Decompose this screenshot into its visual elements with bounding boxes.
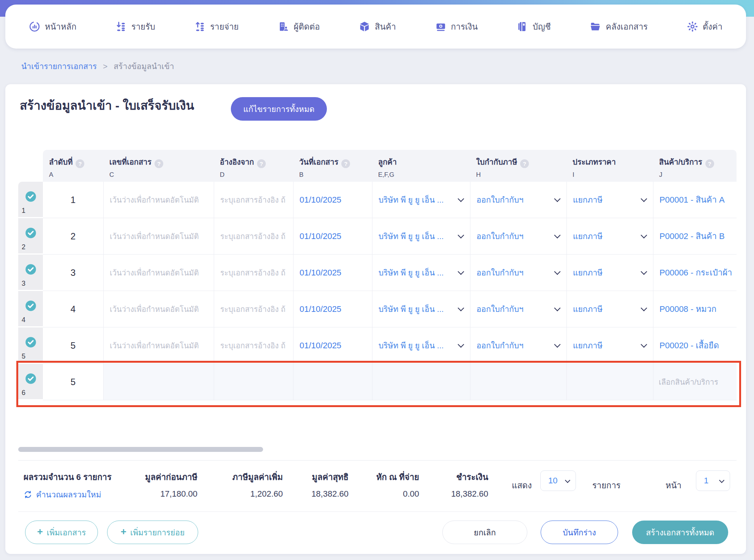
cell-doc-no-input[interactable] — [103, 364, 214, 400]
nav-item-home[interactable]: หน้าหลัก — [29, 20, 76, 33]
cell-product[interactable]: P00008 - หมวก — [653, 291, 737, 327]
cell-reference-input[interactable]: ระบุเอกสารอ้างอิง ถ้ — [214, 182, 293, 218]
cell-price-type-dropdown[interactable]: แยกภาษี — [566, 255, 653, 291]
cell-price-type-dropdown[interactable]: แยกภาษี — [566, 218, 653, 255]
cell-tax-invoice-dropdown[interactable]: ออกใบกำกับฯ — [470, 182, 566, 218]
cell-tax-invoice-dropdown[interactable]: ออกใบกำกับฯ — [470, 255, 566, 291]
row-gutter[interactable]: 6 — [18, 364, 43, 400]
col-letter: B — [299, 171, 372, 179]
nav-label-settings: ตั้งค่า — [703, 20, 722, 33]
page-title: สร้างข้อมูลนำเข้า - ใบเสร็จรับเงิน — [20, 96, 194, 115]
help-icon[interactable]: ? — [705, 159, 714, 168]
add-sub-item-button[interactable]: + เพิ่มรายการย่อย — [107, 521, 198, 544]
cell-doc-date[interactable]: 01/10/2025 — [293, 327, 372, 364]
cell-reference-input[interactable]: ระบุเอกสารอ้างอิง ถ้ — [214, 255, 293, 291]
save-draft-button[interactable]: บันทึกร่าง — [541, 521, 618, 544]
cell-product[interactable]: P00001 - สินค้า A — [653, 182, 737, 218]
cell-doc-date[interactable]: 01/10/2025 — [293, 218, 372, 255]
cell-reference-input[interactable]: ระบุเอกสารอ้างอิง ถ้ — [214, 218, 293, 255]
cell-customer-dropdown[interactable]: บริษัท พี ยู ยู เอ็น ... — [372, 291, 470, 327]
horizontal-scrollbar-thumb[interactable] — [18, 447, 263, 452]
help-icon[interactable]: ? — [520, 159, 529, 168]
import-items-table: ลำดับที่? A เลขที่เอกสาร? C อ้างอิงจาก? … — [18, 150, 737, 400]
nav-label-contacts: ผู้ติดต่อ — [294, 20, 320, 33]
help-icon[interactable]: ? — [155, 159, 163, 168]
recalculate-label: คำนวณผลรวมใหม่ — [36, 488, 101, 501]
cell-product-select[interactable]: เลือกสินค้า/บริการ — [653, 364, 737, 400]
cell-order: 2 — [43, 218, 103, 255]
row-gutter[interactable]: 4 — [18, 291, 43, 327]
cell-customer-dropdown[interactable]: บริษัท พี ยู ยู เอ็น ... — [372, 182, 470, 218]
edit-all-items-button[interactable]: แก้ไขรายการทั้งหมด — [231, 97, 327, 121]
cell-doc-date[interactable] — [293, 364, 372, 400]
cell-customer-dropdown[interactable] — [372, 364, 470, 400]
chevron-down-icon — [641, 269, 647, 275]
nav-item-settings[interactable]: ตั้งค่า — [687, 20, 722, 33]
cell-product[interactable]: P00002 - สินค้า B — [653, 218, 737, 255]
products-cube-icon — [359, 21, 370, 32]
cell-customer-dropdown[interactable]: บริษัท พี ยู ยู เอ็น ... — [372, 218, 470, 255]
nav-item-products[interactable]: สินค้า — [359, 20, 396, 33]
cell-reference-input[interactable]: ระบุเอกสารอ้างอิง ถ้ — [214, 291, 293, 327]
cell-customer-dropdown[interactable]: บริษัท พี ยู ยู เอ็น ... — [372, 327, 470, 364]
cell-doc-no-input[interactable]: เว้นว่างเพื่อกำหนดอัตโนมัติ — [103, 218, 214, 255]
cell-doc-no-input[interactable]: เว้นว่างเพื่อกำหนดอัตโนมัติ — [103, 291, 214, 327]
nav-label-finance: การเงิน — [451, 20, 478, 33]
help-icon[interactable]: ? — [257, 159, 266, 168]
create-all-documents-button[interactable]: สร้างเอกสารทั้งหมด — [632, 521, 728, 544]
recalculate-link[interactable]: คำนวณผลรวมใหม่ — [24, 488, 112, 501]
cell-reference-input[interactable]: ระบุเอกสารอ้างอิง ถ้ — [214, 327, 293, 364]
cell-doc-date[interactable]: 01/10/2025 — [293, 291, 372, 327]
col-letter: H — [476, 171, 566, 179]
cell-price-type-dropdown[interactable] — [566, 364, 653, 400]
cell-tax-invoice-dropdown[interactable]: ออกใบกำกับฯ — [470, 327, 566, 364]
cell-doc-no-input[interactable]: เว้นว่างเพื่อกำหนดอัตโนมัติ — [103, 255, 214, 291]
cell-tax-invoice-dropdown[interactable] — [470, 364, 566, 400]
plus-icon: + — [37, 526, 43, 538]
cell-doc-no-input[interactable]: เว้นว่างเพื่อกำหนดอัตโนมัติ — [103, 327, 214, 364]
cell-customer-dropdown[interactable]: บริษัท พี ยู ยู เอ็น ... — [372, 255, 470, 291]
cell-doc-date[interactable]: 01/10/2025 — [293, 255, 372, 291]
accounting-book-icon — [517, 21, 528, 32]
nav-item-expense[interactable]: รายจ่าย — [194, 20, 239, 33]
row-gutter[interactable]: 2 — [18, 218, 43, 255]
cell-price-type-dropdown[interactable]: แยกภาษี — [566, 327, 653, 364]
cell-price-type-dropdown[interactable]: แยกภาษี — [566, 291, 653, 327]
nav-item-income[interactable]: รายรับ — [115, 20, 155, 33]
cell-doc-no-input[interactable]: เว้นว่างเพื่อกำหนดอัตโนมัติ — [103, 182, 214, 218]
divider — [18, 460, 737, 461]
breadcrumb-separator: > — [103, 62, 107, 71]
nav-item-contacts[interactable]: ผู้ติดต่อ — [278, 20, 320, 33]
dashboard-icon — [29, 21, 40, 32]
nav-item-accounting[interactable]: บัญชี — [517, 20, 551, 33]
cell-tax-invoice-dropdown[interactable]: ออกใบกำกับฯ — [470, 291, 566, 327]
cell-reference-input[interactable] — [214, 364, 293, 400]
page-select[interactable]: 1 — [696, 470, 730, 491]
chevron-down-icon — [719, 477, 724, 483]
breadcrumb-parent-link[interactable]: นำเข้ารายการเอกสาร — [21, 60, 97, 72]
cell-product[interactable]: P00020 - เสื้อยืด — [653, 327, 737, 364]
row-gutter[interactable]: 1 — [18, 182, 43, 218]
help-icon[interactable]: ? — [76, 159, 84, 168]
col-header-order: ลำดับที่? A — [43, 150, 103, 182]
row-gutter[interactable]: 3 — [18, 255, 43, 291]
per-page-select[interactable]: 10 — [540, 470, 576, 491]
col-letter: A — [49, 171, 103, 179]
chevron-down-icon — [458, 196, 464, 202]
chevron-down-icon — [641, 305, 647, 311]
nav-label-products: สินค้า — [375, 20, 396, 33]
row-gutter[interactable]: 5 — [18, 327, 43, 364]
cancel-button[interactable]: ยกเลิก — [442, 521, 527, 544]
help-icon[interactable]: ? — [341, 159, 350, 168]
col-letter: C — [109, 171, 214, 179]
cell-order: 5 — [43, 327, 103, 364]
cell-product[interactable]: P00006 - กระเป๋าผ้า — [653, 255, 737, 291]
cell-doc-date[interactable]: 01/10/2025 — [293, 182, 372, 218]
nav-label-documents: คลังเอกสาร — [606, 20, 648, 33]
finance-banknote-icon — [435, 21, 446, 32]
nav-item-finance[interactable]: การเงิน — [435, 20, 478, 33]
cell-tax-invoice-dropdown[interactable]: ออกใบกำกับฯ — [470, 218, 566, 255]
cell-price-type-dropdown[interactable]: แยกภาษี — [566, 182, 653, 218]
add-document-button[interactable]: + เพิ่มเอกสาร — [25, 521, 98, 544]
nav-item-documents[interactable]: คลังเอกสาร — [590, 20, 648, 33]
